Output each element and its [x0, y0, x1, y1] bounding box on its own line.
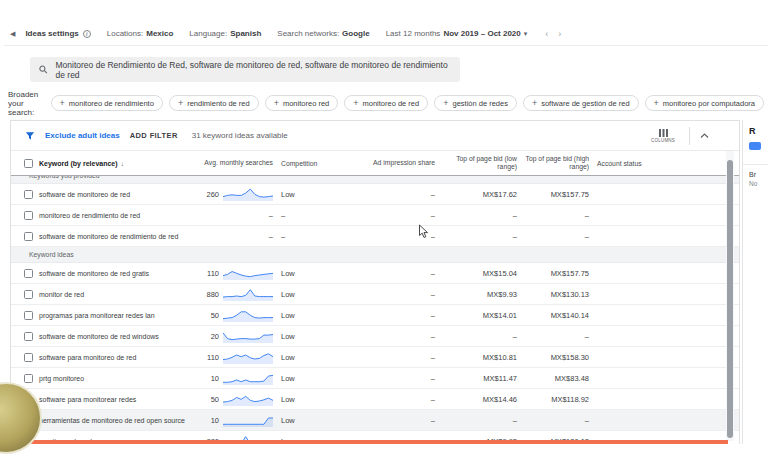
header-bid-low[interactable]: Top of page bid (low range) — [441, 155, 523, 172]
networks-value: Google — [342, 29, 370, 38]
keyword-table-row: monitoreo de rendimiento de red––––– — [11, 205, 739, 226]
ideas-settings-toolbar: ◀ Ideas settings i Locations: Mexico Lan… — [4, 22, 768, 46]
exclude-adult-ideas-link[interactable]: Exclude adult ideas — [45, 131, 120, 140]
avg-monthly-searches-cell: 260 — [189, 187, 279, 201]
language-setting[interactable]: Language: Spanish — [189, 29, 261, 38]
ad-impression-share-value: – — [351, 416, 441, 425]
competition-value: Low — [279, 374, 351, 383]
keyword-table-row: software para monitoreo de red110Low–MX$… — [11, 347, 739, 368]
avg-monthly-searches-value: – — [269, 232, 273, 241]
search-trend-sparkline — [223, 187, 273, 201]
header-competition[interactable]: Competition — [279, 160, 351, 167]
plus-icon: + — [654, 100, 659, 106]
row-checkbox-cell — [11, 269, 39, 278]
row-checkbox[interactable] — [24, 374, 33, 383]
row-checkbox[interactable] — [24, 232, 33, 241]
header-bid-high[interactable]: Top of page bid (high range) — [523, 155, 595, 172]
broaden-chip[interactable]: +monitoreo red — [265, 95, 339, 111]
keyword-text: prtg monitoreo — [39, 375, 189, 382]
networks-label: Search networks: — [277, 29, 339, 38]
chip-label: software de gestión de red — [541, 99, 629, 108]
ad-impression-share-value: – — [351, 311, 441, 320]
prev-period-icon[interactable]: ‹ — [545, 29, 548, 39]
ideas-settings-button[interactable]: Ideas settings i — [25, 29, 90, 38]
avg-monthly-searches-cell: 110 — [189, 350, 279, 364]
keyword-text: software de monitoreo de red — [39, 191, 189, 198]
bid-high-value: MX$157.75 — [523, 269, 595, 278]
keyword-table-row: software de monitoreo de red gratis110Lo… — [11, 263, 739, 284]
header-keyword-label: Keyword (by relevance) — [39, 160, 118, 167]
row-checkbox[interactable] — [24, 190, 33, 199]
row-checkbox[interactable] — [24, 269, 33, 278]
back-icon[interactable]: ◀ — [10, 30, 15, 38]
avg-monthly-searches-cell: 10 — [189, 371, 279, 385]
competition-value: Low — [279, 311, 351, 320]
competition-value: Low — [279, 269, 351, 278]
keyword-ideas-card: Exclude adult ideas ADD FILTER 31 keywor… — [10, 120, 740, 458]
row-checkbox[interactable] — [24, 311, 33, 320]
row-checkbox[interactable] — [24, 290, 33, 299]
row-checkbox[interactable] — [24, 211, 33, 220]
collapse-table-button[interactable] — [700, 133, 709, 139]
keyword-table-row: herramientas de monitoreo de red open so… — [11, 410, 739, 431]
header-ad-share[interactable]: Ad impression share — [351, 159, 441, 167]
keyword-table-row: software de monitoreo de rendimiento de … — [11, 226, 739, 247]
broaden-search-row: Broaden your search: +monitoreo de rendi… — [8, 93, 764, 113]
networks-setting[interactable]: Search networks: Google — [277, 29, 369, 38]
broaden-chip[interactable]: +software de gestión de red — [523, 95, 639, 111]
header-account-status[interactable]: Account status — [595, 160, 725, 167]
chevron-up-icon — [700, 133, 709, 139]
search-trend-sparkline — [223, 413, 273, 427]
filter-funnel-icon — [25, 131, 35, 141]
keyword-text: herramientas de monitoreo de red open so… — [39, 417, 189, 424]
plus-icon: + — [274, 100, 279, 106]
search-trend-sparkline — [223, 287, 273, 301]
avg-monthly-searches-value: 110 — [207, 353, 219, 362]
sort-desc-icon: ↓ — [121, 160, 125, 167]
ad-impression-share-value: – — [351, 353, 441, 362]
date-range-label: Last 12 months — [386, 29, 441, 38]
locations-setting[interactable]: Locations: Mexico — [107, 29, 174, 38]
avg-monthly-searches-cell: – — [189, 232, 279, 241]
header-keyword[interactable]: Keyword (by relevance) ↓ — [39, 160, 189, 167]
broaden-chip[interactable]: +gestión de redes — [434, 95, 517, 111]
row-checkbox-cell — [11, 211, 39, 220]
row-checkbox-cell — [11, 353, 39, 362]
broaden-chip[interactable]: +monitoreo de red — [344, 95, 428, 111]
table-scrollbar-thumb[interactable] — [727, 160, 733, 438]
search-query-text: Monitoreo de Rendimiento de Red, softwar… — [56, 60, 452, 80]
ad-impression-share-value: – — [351, 211, 441, 220]
plus-icon: + — [178, 100, 183, 106]
keywords-search-input[interactable]: Monitoreo de Rendimiento de Red, softwar… — [30, 57, 460, 82]
competition-value: Low — [279, 416, 351, 425]
search-trend-sparkline — [223, 350, 273, 364]
add-filter-button[interactable]: ADD FILTER — [130, 131, 178, 140]
broaden-chip[interactable]: +rendimiento de red — [169, 95, 259, 111]
competition-value: Low — [279, 190, 351, 199]
date-range-setting[interactable]: Last 12 months Nov 2019 – Oct 2020 ▾ — [386, 29, 528, 38]
row-checkbox[interactable] — [24, 332, 33, 341]
date-pager: ‹ › — [545, 29, 561, 39]
next-period-icon[interactable]: › — [558, 29, 561, 39]
select-all-checkbox[interactable] — [24, 159, 33, 168]
broaden-chip[interactable]: +monitoreo de rendimiento — [51, 95, 163, 111]
avg-monthly-searches-cell: 880 — [189, 287, 279, 301]
refine-panel-cutoff: R Br No — [742, 120, 768, 444]
row-checkbox[interactable] — [24, 353, 33, 362]
bid-high-value: – — [523, 232, 595, 241]
broaden-chips: +monitoreo de rendimiento+rendimiento de… — [51, 95, 764, 111]
avg-monthly-searches-value: 50 — [211, 395, 219, 404]
locations-label: Locations: — [107, 29, 143, 38]
bottom-margin — [0, 444, 768, 458]
search-trend-sparkline — [223, 329, 273, 343]
section-label: Keywords you provided — [29, 176, 100, 179]
chip-label: monitoreo por computadora — [663, 99, 755, 108]
avg-monthly-searches-value: 50 — [211, 311, 219, 320]
columns-button[interactable]: COLUMNS — [651, 129, 675, 143]
plus-icon: + — [353, 100, 358, 106]
video-progress-bar[interactable] — [0, 440, 728, 444]
header-avg-searches[interactable]: Avg. monthly searches — [189, 159, 279, 167]
broaden-chip[interactable]: +monitoreo por computadora — [645, 95, 764, 111]
columns-icon — [659, 129, 668, 137]
competition-value: Low — [279, 395, 351, 404]
